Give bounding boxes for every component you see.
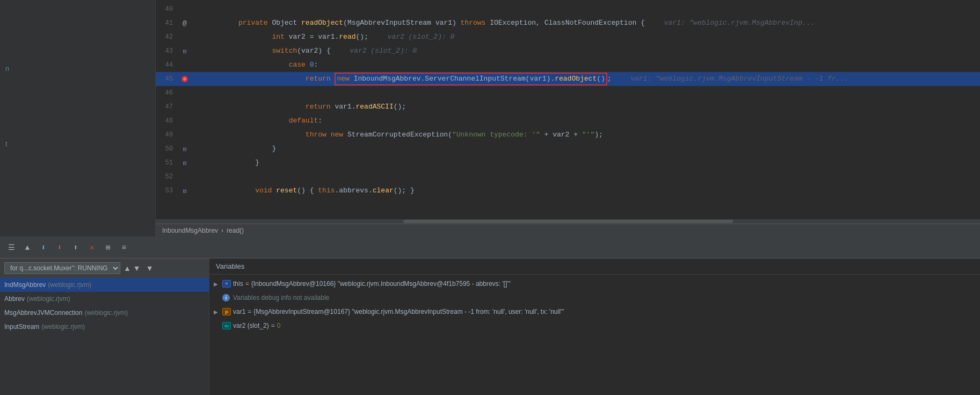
stack-item-1[interactable]: Abbrev (weblogic.rjvm): [0, 292, 209, 306]
stack-item-name-0: IndMsgAbbrev: [4, 281, 46, 289]
thread-up-arrow[interactable]: ▲: [124, 264, 131, 272]
step-into-icon[interactable]: ⬇: [54, 242, 66, 254]
info-row-debug: i Variables debug info not available: [209, 291, 980, 305]
thread-down-arrow[interactable]: ▼: [133, 264, 141, 272]
frames-icon[interactable]: ⊞: [102, 242, 114, 254]
filter-icon[interactable]: ▼: [146, 264, 154, 272]
line-num-40: 40: [156, 5, 177, 13]
annotation-symbol: @: [183, 19, 187, 27]
expand-var1[interactable]: ▶: [214, 309, 222, 315]
variables-label: Variables: [216, 262, 244, 270]
stack-item-name-3: InputStream: [4, 323, 39, 331]
code-line-45: 45 return new InboundMsgAbbrev.ServerCha…: [156, 72, 980, 86]
line-num-43: 43: [156, 47, 177, 55]
call-stack-list: IndMsgAbbrev (weblogic.rjvm) Abbrev (web…: [0, 278, 209, 395]
stack-item-2[interactable]: MsgAbbrevJVMConnection (weblogic.rjvm): [0, 306, 209, 320]
code-line-51: 51 ⊟ }: [156, 156, 980, 170]
gutter-41: @: [177, 19, 192, 27]
line-num-50: 50: [156, 145, 177, 153]
line-num-44: 44: [156, 61, 177, 69]
fold-icon-53: ⊟: [183, 188, 187, 195]
stack-item-0[interactable]: IndMsgAbbrev (weblogic.rjvm): [0, 278, 209, 292]
thread-nav-arrows: ▲ ▼: [124, 264, 141, 272]
var-value-var2: 0: [277, 322, 281, 329]
thread-select[interactable]: for q...c.socket.Muxer": RUNNING: [4, 262, 120, 274]
debug-thread-bar: for q...c.socket.Muxer": RUNNING ▲ ▼ ▼: [0, 258, 209, 278]
red-highlight-box: new InboundMsgAbbrev.ServerChannelInputS…: [335, 73, 607, 85]
var-row-var1[interactable]: ▶ p var1 = {MsgAbbrevInputStream@10167} …: [209, 305, 980, 319]
breadcrumb-method: read(): [227, 227, 244, 234]
line-num-41: 41: [156, 19, 177, 27]
breakpoint-45: [182, 76, 188, 82]
gutter-45: [177, 76, 192, 82]
step-over-icon[interactable]: ⬇: [38, 242, 49, 254]
line-num-42: 42: [156, 33, 177, 41]
debug-right-panel: Variables ▶ = this = {InboundMsgAbbrev@1…: [209, 258, 980, 395]
stack-item-name-1: Abbrev: [4, 295, 25, 303]
stack-item-sub-1: (weblogic.rjvm): [27, 295, 70, 303]
editor-area: n t 40 41 @ private Object readObject(Ms…: [0, 0, 980, 236]
line-num-47: 47: [156, 103, 177, 111]
fold-icon-50: ⊟: [183, 146, 187, 153]
line-num-52: 52: [156, 173, 177, 181]
code-lines: 40 41 @ private Object readObject(MsgAbb…: [156, 0, 980, 219]
variables-header: Variables: [209, 258, 980, 275]
step-out-icon[interactable]: ⬆: [70, 242, 82, 254]
scroll-thumb[interactable]: [403, 220, 733, 223]
var-icon-this: =: [222, 280, 231, 288]
sidebar-label-t: t: [5, 140, 8, 148]
breadcrumb-class: InboundMsgAbbrev: [162, 227, 218, 234]
sidebar-label-n: n: [5, 64, 9, 73]
var-row-this[interactable]: ▶ = this = {InboundMsgAbbrev@10166} "web…: [209, 277, 980, 291]
var-name-this: this: [233, 280, 243, 288]
horizontal-scrollbar[interactable]: [156, 219, 980, 224]
gutter-53: ⊟: [177, 188, 192, 195]
var-value-this: {InboundMsgAbbrev@10166} "weblogic.rjvm.…: [251, 280, 511, 288]
debug-area: ☰ ▲ ⬇ ⬇ ⬆ ✕ ⊞ ≡ for q...c.socket.Muxer":…: [0, 236, 980, 395]
breadcrumb-arrow: ›: [221, 227, 223, 234]
info-icon: i: [222, 294, 230, 301]
fold-icon-43: ⊟: [183, 48, 187, 55]
variables-list: ▶ = this = {InboundMsgAbbrev@10166} "web…: [209, 275, 980, 395]
var-name-var2: var2 (slot_2): [233, 322, 269, 329]
line-num-46: 46: [156, 89, 177, 97]
var-row-var2[interactable]: dv var2 (slot_2) = 0: [209, 319, 980, 333]
debug-left-panel: for q...c.socket.Muxer": RUNNING ▲ ▼ ▼ I…: [0, 258, 209, 395]
hamburger-menu-icon[interactable]: ☰: [5, 242, 17, 254]
line-num-49: 49: [156, 131, 177, 139]
var-name-var1: var1: [233, 308, 245, 315]
resume-icon[interactable]: ▲: [21, 242, 33, 254]
stack-item-sub-3: (weblogic.rjvm): [41, 323, 85, 331]
settings-icon[interactable]: ≡: [118, 242, 130, 254]
line-num-53: 53: [156, 187, 177, 195]
gutter-50: ⊟: [177, 146, 192, 153]
var-icon-var1: p: [222, 308, 231, 315]
stack-item-sub-2: (weblogic.rjvm): [84, 309, 128, 317]
gutter-43: ⊟: [177, 48, 192, 55]
var-icon-var2: dv: [222, 322, 231, 329]
code-line-53: 53 ⊟ void reset() { this.abbrevs.clear()…: [156, 184, 980, 198]
line-content-53: void reset() { this.abbrevs.clear(); }: [192, 170, 980, 212]
line-num-51: 51: [156, 159, 177, 167]
code-panel: 40 41 @ private Object readObject(MsgAbb…: [156, 0, 980, 236]
gutter-51: ⊟: [177, 160, 192, 167]
fold-icon-51: ⊟: [183, 160, 187, 167]
expand-this[interactable]: ▶: [214, 281, 222, 287]
debug-content: for q...c.socket.Muxer": RUNNING ▲ ▼ ▼ I…: [0, 258, 980, 395]
line-num-45: 45: [156, 75, 177, 83]
var-value-var1: {MsgAbbrevInputStream@10167} "weblogic.r…: [253, 308, 564, 315]
stack-item-sub-0: (weblogic.rjvm): [48, 281, 91, 289]
stack-item-3[interactable]: InputStream (weblogic.rjvm): [0, 320, 209, 334]
breadcrumb-bar: InboundMsgAbbrev › read(): [156, 224, 980, 236]
info-text: Variables debug info not available: [233, 294, 329, 301]
stack-item-name-2: MsgAbbrevJVMConnection: [4, 309, 82, 317]
expand-var2: [214, 323, 222, 329]
debug-toolbar: ☰ ▲ ⬇ ⬇ ⬆ ✕ ⊞ ≡: [0, 237, 980, 258]
left-sidebar: n t: [0, 0, 156, 236]
line-num-48: 48: [156, 117, 177, 125]
stop-icon[interactable]: ✕: [86, 242, 98, 254]
